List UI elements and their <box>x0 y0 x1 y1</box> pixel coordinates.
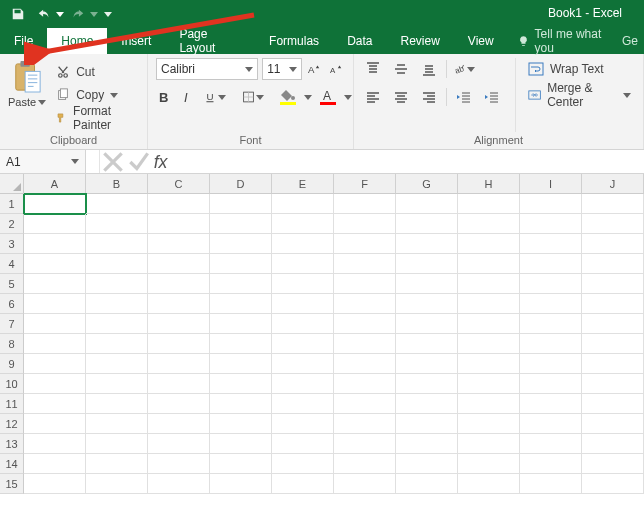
cell[interactable] <box>148 274 210 294</box>
row-header[interactable]: 11 <box>0 394 24 414</box>
cell[interactable] <box>334 294 396 314</box>
row-header[interactable]: 2 <box>0 214 24 234</box>
cell[interactable] <box>148 474 210 494</box>
cell[interactable] <box>272 334 334 354</box>
align-right-button[interactable] <box>418 86 440 108</box>
cell[interactable] <box>24 194 86 214</box>
chevron-down-icon[interactable] <box>304 95 312 100</box>
cell[interactable] <box>272 454 334 474</box>
cell[interactable] <box>458 334 520 354</box>
cell[interactable] <box>210 474 272 494</box>
row-header[interactable]: 13 <box>0 434 24 454</box>
cell[interactable] <box>272 194 334 214</box>
wrap-text-button[interactable]: Wrap Text <box>524 58 635 80</box>
cell[interactable] <box>458 294 520 314</box>
align-bottom-button[interactable] <box>418 58 440 80</box>
cell[interactable] <box>396 214 458 234</box>
cell[interactable] <box>458 374 520 394</box>
cell[interactable] <box>148 354 210 374</box>
decrease-font-button[interactable]: A <box>327 58 345 80</box>
cell[interactable] <box>148 294 210 314</box>
increase-indent-button[interactable] <box>481 86 503 108</box>
merge-center-button[interactable]: Merge & Center <box>524 84 635 106</box>
cell[interactable] <box>396 234 458 254</box>
cell[interactable] <box>210 294 272 314</box>
cell[interactable] <box>520 214 582 234</box>
enter-formula-button[interactable] <box>126 150 152 173</box>
cell[interactable] <box>458 434 520 454</box>
cell[interactable] <box>86 454 148 474</box>
cell[interactable] <box>520 334 582 354</box>
cell[interactable] <box>272 394 334 414</box>
cell[interactable] <box>272 214 334 234</box>
tab-review[interactable]: Review <box>386 28 453 54</box>
formula-input[interactable] <box>178 150 644 173</box>
cell[interactable] <box>582 414 644 434</box>
cell[interactable] <box>86 314 148 334</box>
column-header[interactable]: B <box>86 174 148 194</box>
cell[interactable] <box>86 194 148 214</box>
cell[interactable] <box>458 214 520 234</box>
cell[interactable] <box>458 234 520 254</box>
chevron-down-icon[interactable] <box>344 95 352 100</box>
tab-file[interactable]: File <box>0 28 47 54</box>
cell[interactable] <box>396 354 458 374</box>
cell[interactable] <box>210 354 272 374</box>
cell[interactable] <box>210 314 272 334</box>
cell[interactable] <box>396 334 458 354</box>
name-box[interactable]: A1 <box>0 150 86 173</box>
cell[interactable] <box>458 394 520 414</box>
tab-formulas[interactable]: Formulas <box>255 28 333 54</box>
cell[interactable] <box>458 474 520 494</box>
cell[interactable] <box>582 394 644 414</box>
cell[interactable] <box>24 314 86 334</box>
align-top-button[interactable] <box>362 58 384 80</box>
cell[interactable] <box>334 214 396 234</box>
cell[interactable] <box>458 194 520 214</box>
row-header[interactable]: 6 <box>0 294 24 314</box>
tab-home[interactable]: Home <box>47 28 107 54</box>
cell[interactable] <box>148 334 210 354</box>
cell[interactable] <box>520 374 582 394</box>
cell[interactable] <box>272 294 334 314</box>
cell[interactable] <box>210 374 272 394</box>
cell[interactable] <box>86 374 148 394</box>
cell[interactable] <box>148 194 210 214</box>
cell[interactable] <box>334 334 396 354</box>
column-header[interactable]: I <box>520 174 582 194</box>
cell[interactable] <box>148 314 210 334</box>
align-middle-button[interactable] <box>390 58 412 80</box>
cell[interactable] <box>272 234 334 254</box>
cell[interactable] <box>396 294 458 314</box>
cell[interactable] <box>24 334 86 354</box>
cell[interactable] <box>520 234 582 254</box>
cell[interactable] <box>86 434 148 454</box>
cell[interactable] <box>396 474 458 494</box>
cell[interactable] <box>520 474 582 494</box>
cell[interactable] <box>334 394 396 414</box>
cell[interactable] <box>582 254 644 274</box>
cell[interactable] <box>210 254 272 274</box>
cell[interactable] <box>86 234 148 254</box>
cell[interactable] <box>334 234 396 254</box>
cell[interactable] <box>334 374 396 394</box>
tab-insert[interactable]: Insert <box>107 28 165 54</box>
align-left-button[interactable] <box>362 86 384 108</box>
cell[interactable] <box>148 414 210 434</box>
qat-customize-button[interactable] <box>100 2 116 26</box>
cell[interactable] <box>148 254 210 274</box>
cell[interactable] <box>334 454 396 474</box>
cell[interactable] <box>272 354 334 374</box>
cell[interactable] <box>334 474 396 494</box>
cell[interactable] <box>210 194 272 214</box>
cell[interactable] <box>396 274 458 294</box>
row-header[interactable]: 1 <box>0 194 24 214</box>
cell[interactable] <box>24 454 86 474</box>
cell[interactable] <box>520 314 582 334</box>
cell[interactable] <box>582 214 644 234</box>
cell[interactable] <box>334 254 396 274</box>
cell[interactable] <box>148 374 210 394</box>
column-header[interactable]: J <box>582 174 644 194</box>
cell[interactable] <box>24 294 86 314</box>
cell[interactable] <box>86 294 148 314</box>
